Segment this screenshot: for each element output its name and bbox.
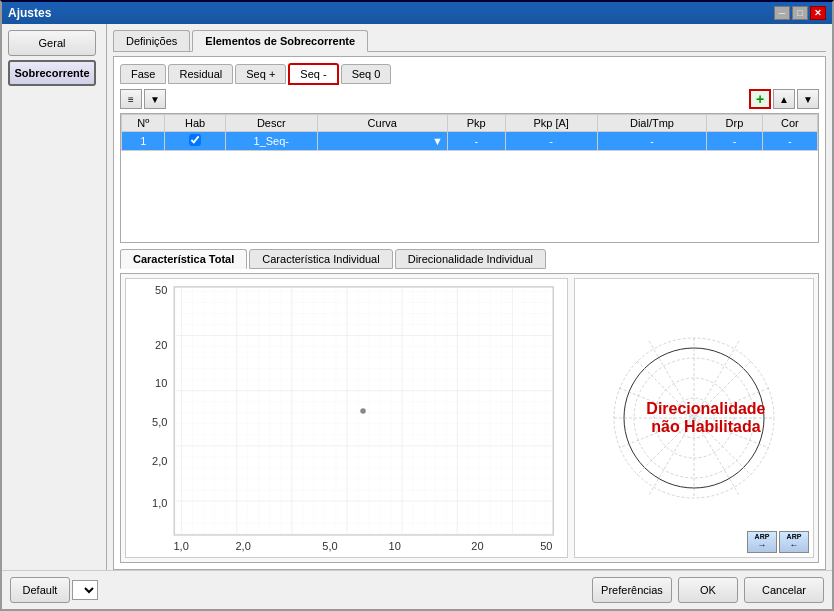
preferences-button[interactable]: Preferências (592, 577, 672, 603)
svg-point-15 (360, 408, 366, 414)
col-header-hab: Hab (165, 115, 225, 132)
svg-text:20: 20 (471, 540, 483, 552)
ok-button[interactable]: OK (678, 577, 738, 603)
left-panel: Geral Sobrecorrente (2, 24, 107, 570)
title-bar: Ajustes ─ □ ✕ (2, 2, 832, 24)
bottom-tab-bar: Característica Total Característica Indi… (120, 249, 819, 269)
col-header-curva: Curva (317, 115, 447, 132)
cell-descr: 1_Seq- (225, 132, 317, 151)
polar-chart: Direcionalidade não Habilitada ARP → (574, 278, 814, 558)
tab-definicoes[interactable]: Definições (113, 30, 190, 51)
cell-num: 1 (122, 132, 165, 151)
col-header-cor: Cor (762, 115, 817, 132)
default-select[interactable] (72, 580, 98, 600)
col-header-drp: Drp (707, 115, 762, 132)
main-tab-bar: Definições Elementos de Sobrecorrente (113, 30, 826, 52)
maximize-button[interactable]: □ (792, 6, 808, 20)
svg-text:10: 10 (155, 377, 167, 389)
col-header-num: Nº (122, 115, 165, 132)
tab-seq-plus[interactable]: Seq + (235, 64, 286, 84)
cell-hab[interactable] (165, 132, 225, 151)
svg-text:5,0: 5,0 (152, 416, 167, 428)
sobrecorrente-button[interactable]: Sobrecorrente (8, 60, 96, 86)
arp-back-button[interactable]: ARP ← (779, 531, 809, 553)
tab-direcionalidade-individual[interactable]: Direcionalidade Individual (395, 249, 546, 269)
add-icon: + (756, 91, 764, 107)
cell-pkp-a: - (505, 132, 597, 151)
cell-drp: - (707, 132, 762, 151)
tab-seq-0[interactable]: Seq 0 (341, 64, 392, 84)
svg-text:5,0: 5,0 (322, 540, 337, 552)
tab-residual[interactable]: Residual (168, 64, 233, 84)
arrow-down-icon: ▼ (803, 94, 813, 105)
cell-curva[interactable]: ▼ (317, 132, 447, 151)
footer: Default Preferências OK Cancelar (2, 570, 832, 609)
curva-dropdown-icon[interactable]: ▼ (432, 135, 443, 147)
table-row[interactable]: 1 1_Seq- ▼ (122, 132, 818, 151)
col-header-pkp-a: Pkp [A] (505, 115, 597, 132)
arrow-up-icon: ▲ (779, 94, 789, 105)
toolbar-right: + ▲ ▼ (749, 89, 819, 109)
charts-area: 50 20 10 5,0 2,0 1,0 1,0 2,0 5,0 10 (120, 273, 819, 563)
dropdown-icon: ▼ (150, 94, 160, 105)
col-header-pkp: Pkp (447, 115, 505, 132)
list-icon-button[interactable]: ≡ (120, 89, 142, 109)
svg-text:50: 50 (540, 540, 552, 552)
content-area: Fase Residual Seq + Seq - Seq 0 (113, 56, 826, 570)
default-button[interactable]: Default (10, 577, 70, 603)
chart-buttons: ARP → ARP ← (747, 531, 809, 553)
data-table-container: Nº Hab Descr Curva Pkp Pkp [A] Dial/Tmp … (120, 113, 819, 243)
main-window: Ajustes ─ □ ✕ Geral Sobrecorrente Defini… (0, 0, 834, 611)
cancel-button[interactable]: Cancelar (744, 577, 824, 603)
hab-checkbox[interactable] (189, 134, 201, 146)
tab-elementos[interactable]: Elementos de Sobrecorrente (192, 30, 368, 52)
toolbar-row: ≡ ▼ + ▲ ▼ (120, 89, 819, 109)
arrow-down-button[interactable]: ▼ (797, 89, 819, 109)
list-icon: ≡ (128, 94, 134, 105)
tab-seq-minus[interactable]: Seq - (288, 63, 338, 85)
svg-text:2,0: 2,0 (235, 540, 250, 552)
svg-text:50: 50 (155, 284, 167, 296)
cell-cor: - (762, 132, 817, 151)
footer-right: Preferências OK Cancelar (592, 577, 824, 603)
arp-forward-button[interactable]: ARP → (747, 531, 777, 553)
minimize-button[interactable]: ─ (774, 6, 790, 20)
toolbar-left: ≡ ▼ (120, 89, 166, 109)
sub-tab-bar: Fase Residual Seq + Seq - Seq 0 (120, 63, 819, 85)
svg-text:1,0: 1,0 (173, 540, 188, 552)
list-dropdown-button[interactable]: ▼ (144, 89, 166, 109)
add-button[interactable]: + (749, 89, 771, 109)
data-table: Nº Hab Descr Curva Pkp Pkp [A] Dial/Tmp … (121, 114, 818, 151)
arrow-up-button[interactable]: ▲ (773, 89, 795, 109)
tab-fase[interactable]: Fase (120, 64, 166, 84)
log-chart: 50 20 10 5,0 2,0 1,0 1,0 2,0 5,0 10 (125, 278, 568, 558)
cell-pkp: - (447, 132, 505, 151)
svg-text:1,0: 1,0 (152, 497, 167, 509)
col-header-descr: Descr (225, 115, 317, 132)
log-chart-svg: 50 20 10 5,0 2,0 1,0 1,0 2,0 5,0 10 (126, 279, 567, 557)
svg-text:20: 20 (155, 339, 167, 351)
close-button[interactable]: ✕ (810, 6, 826, 20)
right-panel: Definições Elementos de Sobrecorrente Fa… (107, 24, 832, 570)
col-header-dial: Dial/Tmp (597, 115, 707, 132)
cell-dial: - (597, 132, 707, 151)
tab-caracteristica-total[interactable]: Característica Total (120, 249, 247, 269)
title-bar-buttons: ─ □ ✕ (774, 6, 826, 20)
geral-button[interactable]: Geral (8, 30, 96, 56)
directionalidade-text: Direcionalidade não Habilitada (646, 400, 765, 436)
svg-text:2,0: 2,0 (152, 455, 167, 467)
tab-caracteristica-individual[interactable]: Característica Individual (249, 249, 392, 269)
window-title: Ajustes (8, 6, 51, 20)
svg-text:10: 10 (389, 540, 401, 552)
footer-left: Default (10, 577, 98, 603)
